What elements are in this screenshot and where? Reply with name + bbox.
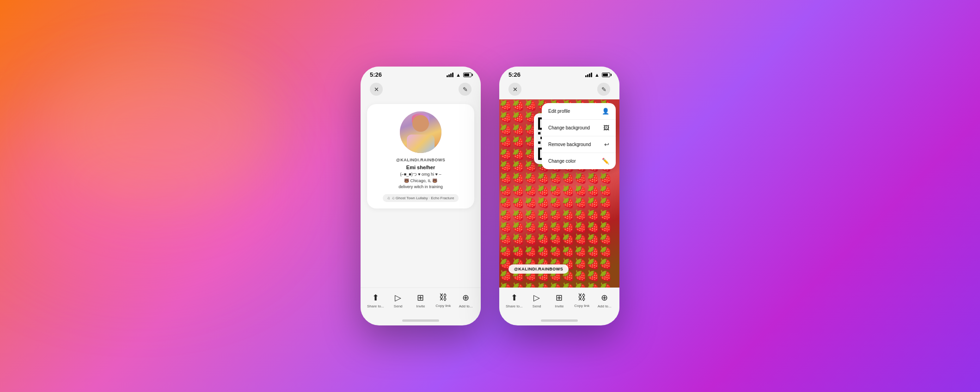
- close-button-2[interactable]: ✕: [508, 83, 521, 96]
- toolbar-share[interactable]: ⬆ Share to...: [365, 293, 386, 308]
- toolbar-copylink-2[interactable]: ⛓ Copy link: [571, 293, 593, 308]
- profile-music: ♫ ♫ Ghost Town Lullaby · Echo Fracture: [383, 194, 459, 202]
- close-button-1[interactable]: ✕: [370, 83, 383, 96]
- toolbar-copylink[interactable]: ⛓ Copy link: [433, 293, 454, 308]
- home-indicator-1: [402, 319, 439, 322]
- edit-button-1[interactable]: ✎: [459, 83, 472, 96]
- dropdown-change-background[interactable]: Change background 🖼: [542, 120, 616, 136]
- invite-icon: ⊞: [417, 293, 424, 303]
- phone-toolbar-1: ⬆ Share to... ▷ Send ⊞ Invite ⛓ Copy lin…: [361, 288, 481, 318]
- signal-icon-2: [585, 73, 592, 77]
- avatar-body: [407, 135, 435, 153]
- wifi-icon: ▲: [456, 72, 461, 78]
- edit-button-2[interactable]: ✎: [597, 83, 610, 96]
- link-icon: ⛓: [439, 293, 447, 302]
- avatar-face: [412, 115, 429, 132]
- phone-content-1: @KALINDI.RAINBOWS Emi she/her (⌐■_■)つ ♥ …: [361, 99, 481, 288]
- phone-1: 5:26 ▲ ✕ ✎: [361, 67, 481, 325]
- battery-icon-2: [602, 73, 610, 77]
- profile-username: @KALINDI.RAINBOWS: [396, 158, 445, 162]
- home-indicator-2: [541, 319, 578, 322]
- dropdown-change-color[interactable]: Change color ✏️: [542, 153, 616, 169]
- addto-icon: ⊕: [462, 293, 469, 303]
- share-icon: ⬆: [372, 293, 379, 303]
- send-icon: ▷: [395, 293, 401, 303]
- profile-name: Emi she/her: [406, 165, 435, 170]
- music-icon: ♫: [387, 196, 390, 200]
- svg-rect-18: [538, 132, 540, 135]
- dropdown-edit-profile[interactable]: Edit profile 👤: [542, 103, 616, 120]
- share-icon-2: ⬆: [511, 293, 518, 303]
- person-icon: 👤: [602, 108, 609, 115]
- profile-card: @KALINDI.RAINBOWS Emi she/her (⌐■_■)つ ♥ …: [367, 104, 474, 208]
- battery-icon: [463, 73, 472, 77]
- top-bar-1: ✕ ✎: [361, 80, 481, 99]
- qr-username-badge: @KALINDI.RAINBOWS: [508, 264, 569, 274]
- phones-container: 5:26 ▲ ✕ ✎: [0, 0, 980, 392]
- toolbar-addto-2[interactable]: ⊕ Add to...: [594, 293, 615, 308]
- link-icon-2: ⛓: [578, 293, 586, 302]
- invite-icon-2: ⊞: [556, 293, 563, 303]
- avatar: [400, 111, 441, 153]
- signal-icon: [447, 73, 453, 77]
- phone-toolbar-2: ⬆ Share to... ▷ Send ⊞ Invite ⛓ Copy lin…: [499, 288, 619, 318]
- phone2-content: @KALINDI.RAINBOWS Edit profile 👤 Change …: [499, 99, 619, 288]
- svg-rect-32: [538, 141, 540, 144]
- status-icons-1: ▲: [447, 72, 472, 78]
- addto-icon-2: ⊕: [601, 293, 608, 303]
- status-bar-2: 5:26 ▲: [499, 67, 619, 80]
- send-icon-2: ▷: [533, 293, 540, 303]
- toolbar-send[interactable]: ▷ Send: [387, 293, 409, 308]
- avatar-image: [400, 111, 441, 153]
- status-time-1: 5:26: [370, 71, 382, 78]
- toolbar-share-2[interactable]: ⬆ Share to...: [503, 293, 525, 308]
- status-time-2: 5:26: [508, 71, 521, 78]
- image-icon: 🖼: [603, 124, 609, 131]
- status-icons-2: ▲: [585, 72, 610, 78]
- dropdown-remove-background[interactable]: Remove background ↩: [542, 136, 616, 153]
- wifi-icon-2: ▲: [594, 72, 600, 78]
- top-bar-2: ✕ ✎: [499, 80, 619, 99]
- phone-2: 5:26 ▲ ✕ ✎: [499, 67, 619, 325]
- dropdown-menu: Edit profile 👤 Change background 🖼 Remov…: [542, 103, 616, 169]
- status-bar-1: 5:26 ▲: [361, 67, 481, 80]
- toolbar-invite-2[interactable]: ⊞ Invite: [549, 293, 570, 308]
- toolbar-invite[interactable]: ⊞ Invite: [410, 293, 431, 308]
- toolbar-addto[interactable]: ⊕ Add to...: [455, 293, 477, 308]
- profile-bio: (⌐■_■)つ ♥ omg hi ♥ – 🐻 Chicago, IL 🐻 del…: [398, 172, 443, 190]
- pencil-icon: ✏️: [602, 158, 609, 165]
- toolbar-send-2[interactable]: ▷ Send: [526, 293, 547, 308]
- undo-icon: ↩: [604, 141, 609, 148]
